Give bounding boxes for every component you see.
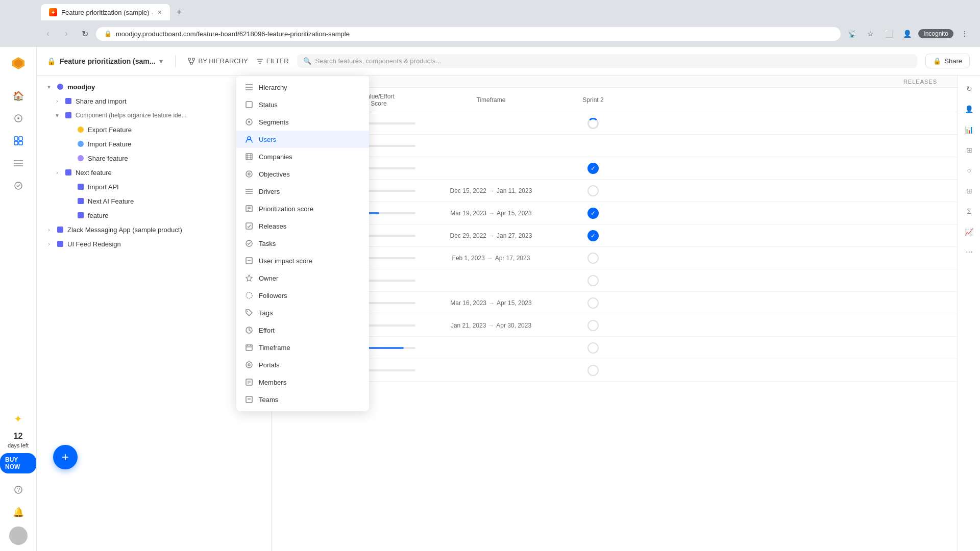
sidebar-item-star[interactable]: ✦ bbox=[8, 409, 29, 429]
dropdown-item-owner[interactable]: Owner bbox=[236, 269, 369, 287]
menu-button[interactable]: ⋮ bbox=[958, 27, 972, 41]
sidebar-item-lines[interactable] bbox=[8, 153, 29, 173]
new-tab-button[interactable]: + bbox=[172, 5, 186, 19]
feature-icon bbox=[78, 212, 84, 218]
add-button[interactable]: + bbox=[53, 445, 78, 469]
buy-now-button[interactable]: BUY NOW bbox=[0, 453, 36, 473]
cell-timeframe: Jan 21, 2023 → Apr 30, 2023 bbox=[420, 322, 562, 329]
sidebar-logo[interactable] bbox=[8, 53, 29, 73]
search-bar[interactable]: 🔍 Search features, components & products… bbox=[297, 54, 918, 68]
table-row: - 0 Feb 1, 2023 → Apr 17, 2023 bbox=[272, 247, 958, 269]
dropdown-item-status[interactable]: Status bbox=[236, 96, 369, 113]
releases-icon bbox=[244, 221, 254, 231]
bookmark-button[interactable]: ☆ bbox=[863, 27, 877, 41]
tree-chevron-next[interactable]: › bbox=[53, 168, 61, 177]
hierarchy-icon bbox=[244, 83, 254, 92]
owner-icon bbox=[244, 273, 254, 283]
sidebar-item-features[interactable] bbox=[8, 108, 29, 129]
teams-label: Teams bbox=[259, 396, 278, 404]
url-text: moodjoy.productboard.com/feature-board/6… bbox=[116, 30, 350, 38]
by-hierarchy-button[interactable]: BY HIERARCHY bbox=[188, 57, 248, 65]
cell-sprint bbox=[562, 320, 624, 331]
dropdown-item-segments[interactable]: Segments bbox=[236, 113, 369, 131]
tree-chevron-share[interactable]: › bbox=[53, 97, 61, 105]
cell-timeframe: Dec 15, 2022 → Jan 11, 2023 bbox=[420, 187, 562, 194]
next-feature-icon bbox=[65, 169, 71, 176]
table-row: 45 132 bbox=[272, 337, 958, 359]
dropdown-item-drivers[interactable]: Drivers bbox=[236, 183, 369, 200]
dropdown-item-followers[interactable]: Followers bbox=[236, 287, 369, 304]
user-avatar[interactable] bbox=[9, 527, 28, 545]
dropdown-item-objectives[interactable]: Objectives bbox=[236, 165, 369, 183]
cast-button[interactable]: 📡 bbox=[845, 27, 859, 41]
ui-feed-icon bbox=[57, 241, 63, 247]
dropdown-item-tags[interactable]: Tags bbox=[236, 304, 369, 321]
tree-chevron-root[interactable]: ▼ bbox=[45, 83, 53, 91]
dropdown-item-companies[interactable]: Companies bbox=[236, 148, 369, 165]
tab-close-button[interactable]: × bbox=[158, 8, 162, 16]
title-dropdown-arrow[interactable]: ▾ bbox=[159, 57, 163, 65]
back-button[interactable]: ‹ bbox=[41, 27, 55, 41]
dropdown-item-timeframe[interactable]: Timeframe bbox=[236, 339, 369, 356]
zlack-label: Zlack Messaging App (sample product) bbox=[67, 226, 182, 234]
export-dot bbox=[78, 127, 84, 133]
empty-indicator bbox=[587, 253, 599, 264]
sidebar-item-notifications[interactable]: 🔔 bbox=[8, 502, 29, 522]
right-sync-icon[interactable]: ↻ bbox=[962, 82, 976, 96]
tree-chevron-component[interactable]: ▼ bbox=[53, 111, 61, 119]
next-ai-label: Next AI Feature bbox=[88, 197, 134, 205]
share-feat-dot bbox=[78, 155, 84, 161]
segments-label: Segments bbox=[259, 118, 289, 126]
sidebar-item-home[interactable]: 🏠 bbox=[8, 86, 29, 106]
table-row: - 0 Mar 16, 2023 → Apr 15, 2023 bbox=[272, 292, 958, 314]
table-row: - 0 ✓ bbox=[272, 157, 958, 180]
tree-chevron-zlack[interactable]: › bbox=[45, 226, 53, 234]
empty-indicator bbox=[587, 342, 599, 354]
dropdown-item-users[interactable]: Users bbox=[236, 131, 369, 148]
dropdown-item-user-impact[interactable]: User impact score bbox=[236, 252, 369, 269]
right-sum-icon[interactable]: Σ bbox=[962, 204, 976, 218]
share-button[interactable]: 🔒 Share bbox=[925, 54, 970, 68]
dropdown-item-prioritization[interactable]: Prioritization score bbox=[236, 200, 369, 217]
right-user-icon[interactable]: 👤 bbox=[962, 102, 976, 116]
sidebar-item-insights[interactable] bbox=[8, 176, 29, 196]
dropdown-item-members[interactable]: Members bbox=[236, 373, 369, 391]
svg-rect-7 bbox=[19, 141, 22, 145]
forward-button[interactable]: › bbox=[59, 27, 74, 41]
hierarchy-label: Hierarchy bbox=[259, 84, 287, 91]
dropdown-item-effort[interactable]: Effort bbox=[236, 321, 369, 339]
right-grid-icon[interactable]: ⊞ bbox=[962, 184, 976, 198]
reload-button[interactable]: ↻ bbox=[78, 27, 92, 41]
profile-button[interactable]: 👤 bbox=[900, 27, 914, 41]
right-layout-icon[interactable]: ⊞ bbox=[962, 143, 976, 157]
browser-tab[interactable]: ✦ Feature prioritization (sample) - × bbox=[41, 4, 170, 20]
address-bar[interactable]: 🔒 moodjoy.productboard.com/feature-board… bbox=[96, 27, 841, 41]
right-chart-icon[interactable]: 📊 bbox=[962, 122, 976, 137]
timeframe-icon bbox=[244, 343, 254, 352]
right-dots-icon[interactable]: ⋯ bbox=[962, 245, 976, 259]
board-title: 🔒 Feature prioritization (sam... ▾ bbox=[47, 57, 163, 65]
dropdown-item-tasks[interactable]: Tasks bbox=[236, 235, 369, 252]
svg-point-59 bbox=[248, 364, 250, 366]
sidebar-item-help[interactable]: ? bbox=[8, 480, 29, 500]
dropdown-item-teams[interactable]: Teams bbox=[236, 391, 369, 408]
segments-icon bbox=[244, 117, 254, 127]
sidebar-item-board[interactable] bbox=[8, 131, 29, 151]
right-bar-chart-icon[interactable]: 📈 bbox=[962, 224, 976, 239]
drivers-icon bbox=[244, 187, 254, 196]
effort-icon bbox=[244, 325, 254, 335]
filter-button[interactable]: FILTER bbox=[256, 57, 289, 65]
cell-sprint bbox=[562, 297, 624, 309]
next-ai-icon bbox=[78, 198, 84, 204]
svg-rect-44 bbox=[246, 223, 252, 229]
dropdown-item-portals[interactable]: Portals bbox=[236, 356, 369, 373]
followers-label: Followers bbox=[259, 292, 287, 299]
import-api-label: Import API bbox=[88, 183, 119, 191]
dropdown-item-hierarchy[interactable]: Hierarchy bbox=[236, 79, 369, 96]
tree-chevron-ui[interactable]: › bbox=[45, 240, 53, 248]
empty-indicator bbox=[587, 297, 599, 309]
right-circle-icon[interactable]: ○ bbox=[962, 163, 976, 178]
users-label: Users bbox=[259, 136, 276, 143]
dropdown-item-releases[interactable]: Releases bbox=[236, 217, 369, 235]
extensions-button[interactable]: ⬜ bbox=[881, 27, 896, 41]
